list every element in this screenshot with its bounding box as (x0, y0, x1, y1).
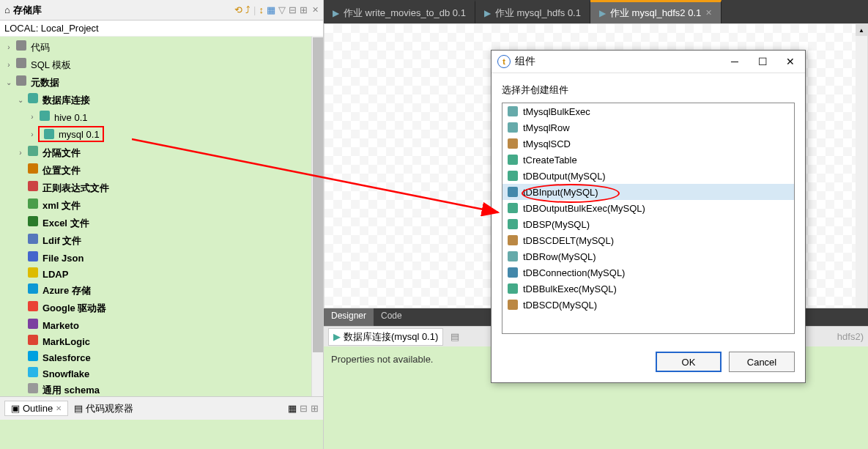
outline-close-icon[interactable]: ✕ (56, 404, 62, 412)
component-label: tDBBulkExec(MySQL) (523, 283, 617, 294)
scroll-up-icon[interactable]: ▲ (856, 24, 867, 36)
component-label: tMysqlBulkExec (523, 106, 590, 117)
toolbar-btn-min[interactable]: ⊟ (289, 4, 297, 15)
designer-tab[interactable]: Designer (324, 308, 374, 326)
repository-tree: ›代码›SQL 模板⌄元数据⌄数据库连接›hive 0.1›mysql 0.1›… (0, 37, 323, 396)
tree-item-label: 代码 (31, 42, 50, 53)
dialog-minimize-button[interactable]: ─ (726, 56, 743, 67)
component-item-0[interactable]: tMysqlBulkExec (502, 103, 794, 119)
expand-icon[interactable]: ⌄ (15, 96, 26, 104)
tree-item-8[interactable]: 正则表达式文件 (0, 179, 323, 196)
tree-item-4[interactable]: ›hive 0.1 (0, 108, 323, 125)
component-label: tDBInput(MySQL) (523, 187, 598, 198)
editor-tab-label: 作业 write_movies_to_db 0.1 (344, 7, 466, 20)
editor-tabs: ▶作业 write_movies_to_db 0.1▶作业 mysql_hdfs… (324, 0, 868, 23)
tree-item-13[interactable]: LDAP (0, 265, 323, 281)
component-item-11[interactable]: tDBBulkExec(MySQL) (502, 281, 794, 297)
component-icon (507, 267, 519, 278)
job-icon: ▶ (484, 8, 491, 18)
tree-item-2[interactable]: ⌄元数据 (0, 73, 323, 91)
sidebar-close-icon[interactable]: ✕ (312, 5, 319, 15)
toolbar-btn-max[interactable]: ⊞ (300, 4, 308, 15)
expand-icon[interactable]: › (15, 149, 26, 157)
tree-item-label: File Json (42, 253, 84, 264)
editor-tab-1[interactable]: ▶作业 mysql_hdfs 0.1 (475, 0, 590, 23)
expand-icon[interactable]: › (26, 130, 38, 138)
tree-item-label: 位置文件 (42, 165, 81, 176)
tree-item-19[interactable]: Snowflake (0, 365, 323, 381)
tree-item-16[interactable]: Marketo (0, 316, 323, 333)
code-tab[interactable]: Code (374, 308, 409, 326)
expand-icon[interactable]: › (26, 113, 38, 121)
dialog-title: 组件 (515, 55, 726, 68)
component-item-10[interactable]: tDBConnection(MySQL) (502, 264, 794, 281)
tree-item-10[interactable]: Excel 文件 (0, 214, 323, 231)
expand-icon[interactable]: ⌄ (3, 78, 15, 86)
component-item-4[interactable]: tDBOutput(MySQL) (502, 168, 794, 184)
tree-item-label: Ldif 文件 (42, 235, 81, 246)
dialog-titlebar: t 组件 ─ ☐ ✕ (492, 51, 805, 73)
component-item-9[interactable]: tDBRow(MySQL) (502, 248, 794, 264)
toolbar-btn-4[interactable]: ▦ (267, 4, 275, 15)
home-icon: ⌂ (4, 4, 10, 15)
editor-tab-2[interactable]: ▶作业 mysql_hdfs2 0.1✕ (590, 0, 722, 23)
toolbar-btn-2[interactable]: ⤴ (245, 4, 251, 15)
expand-icon[interactable]: › (3, 43, 15, 51)
tree-item-5[interactable]: ›mysql 0.1 (0, 125, 323, 144)
ico-excel-icon (26, 215, 40, 227)
editor-tab-0[interactable]: ▶作业 write_movies_to_db 0.1 (324, 0, 475, 23)
tree-item-label: Marketo (42, 320, 79, 331)
tree-scrollbar[interactable] (311, 37, 323, 396)
tree-item-1[interactable]: ›SQL 模板 (0, 56, 323, 73)
ok-button[interactable]: OK (656, 352, 722, 372)
outline-tool-1[interactable]: ▦ (288, 403, 297, 414)
tree-item-11[interactable]: Ldif 文件 (0, 231, 323, 249)
db-connection-tab[interactable]: ▶ 数据库连接(mysql 0.1) (328, 328, 443, 346)
component-label: tMysqlSCD (523, 138, 571, 149)
tree-item-6[interactable]: ›分隔文件 (0, 144, 323, 161)
component-item-5[interactable]: tDBInput(MySQL) (502, 184, 794, 200)
expand-icon[interactable]: › (3, 61, 15, 69)
tab-close-icon[interactable]: ✕ (705, 8, 712, 18)
component-item-12[interactable]: tDBSCD(MySQL) (502, 297, 794, 313)
tree-item-20[interactable]: 通用 schema (0, 381, 323, 396)
component-item-1[interactable]: tMysqlRow (502, 119, 794, 136)
component-icon (507, 218, 519, 230)
tree-item-15[interactable]: Google 驱动器 (0, 299, 323, 316)
cancel-button[interactable]: Cancel (729, 352, 795, 372)
component-item-7[interactable]: tDBSP(MySQL) (502, 216, 794, 232)
tree-item-9[interactable]: xml 文件 (0, 196, 323, 214)
component-item-2[interactable]: tMysqlSCD (502, 136, 794, 152)
toolbar-btn-5[interactable]: ▽ (278, 4, 286, 15)
outline-tool-min[interactable]: ⊟ (300, 403, 308, 414)
canvas-scrollbar[interactable]: ▲ (856, 24, 867, 308)
toolbar-btn-1[interactable]: ⟲ (234, 4, 242, 15)
tree-item-label: 数据库连接 (42, 94, 90, 105)
component-item-8[interactable]: tDBSCDELT(MySQL) (502, 232, 794, 248)
tree-item-3[interactable]: ⌄数据库连接 (0, 91, 323, 108)
sidebar-toolbar: ⟲ ⤴ | ↕ ▦ ▽ ⊟ ⊞ (234, 4, 308, 15)
bottom-tab-extra-icon[interactable]: ▤ (450, 331, 459, 342)
tree-item-label: Snowflake (42, 368, 89, 379)
component-item-6[interactable]: tDBOutputBulkExec(MySQL) (502, 200, 794, 216)
component-dialog: t 组件 ─ ☐ ✕ 选择并创建组件 tMysqlBulkExectMysqlR… (491, 50, 806, 383)
outline-tab[interactable]: ▣ Outline ✕ (4, 401, 68, 416)
ico-folder-icon (15, 75, 28, 86)
component-list[interactable]: tMysqlBulkExectMysqlRowtMysqlSCDtCreateT… (502, 103, 795, 334)
tree-item-18[interactable]: Salesforce (0, 349, 323, 365)
code-inspector-icon: ▤ (74, 403, 83, 414)
tree-item-0[interactable]: ›代码 (0, 38, 323, 56)
outline-icon: ▣ (11, 403, 20, 414)
toolbar-btn-3[interactable]: ↕ (259, 4, 264, 15)
tree-item-12[interactable]: File Json (0, 249, 323, 265)
tree-item-17[interactable]: MarkLogic (0, 333, 323, 349)
tree-item-label: Google 驱动器 (42, 303, 106, 313)
tree-item-7[interactable]: 位置文件 (0, 161, 323, 179)
dialog-close-button[interactable]: ✕ (782, 56, 799, 67)
component-item-3[interactable]: tCreateTable (502, 152, 794, 168)
tree-item-14[interactable]: Azure 存储 (0, 281, 323, 299)
code-inspector-tab[interactable]: ▤ 代码观察器 (68, 401, 139, 417)
dialog-maximize-button[interactable]: ☐ (754, 56, 771, 67)
outline-tool-max[interactable]: ⊞ (311, 403, 319, 414)
ico-json-icon (26, 251, 40, 262)
